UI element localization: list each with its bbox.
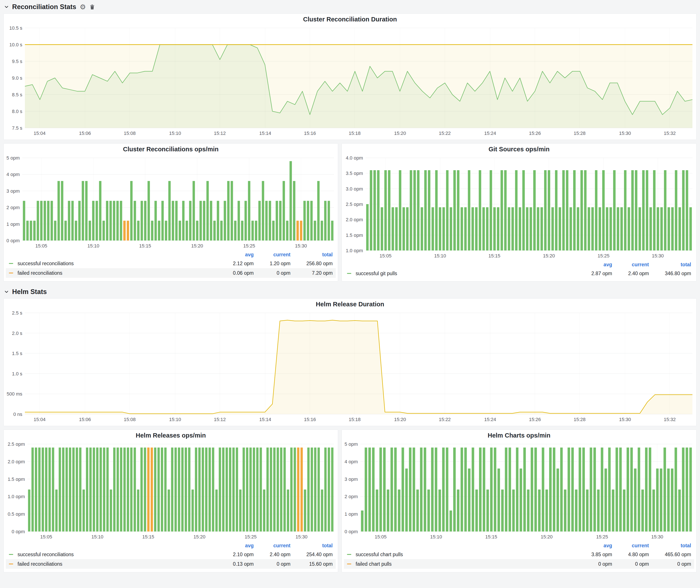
chevron-down-icon[interactable] — [4, 5, 9, 9]
helm-charts-opm-chart[interactable]: 0 opm1 opm2 opm3 opm4 opm5 opm15:0515:10… — [342, 441, 696, 541]
series-swatch — [9, 273, 13, 273]
series-name[interactable]: successful git pulls — [355, 271, 575, 276]
panel-title[interactable]: Helm Charts ops/min — [342, 430, 696, 441]
legend-col-current[interactable]: current — [254, 252, 290, 258]
svg-text:15:20: 15:20 — [541, 534, 553, 540]
panel-title[interactable]: Cluster Reconciliation Duration — [4, 14, 696, 25]
svg-text:15:28: 15:28 — [574, 417, 585, 422]
legend-value: 4.80 opm — [612, 552, 649, 557]
svg-text:15:10: 15:10 — [91, 534, 103, 540]
series-name[interactable]: failed chart pulls — [355, 561, 575, 567]
panel-helm-release-duration: Helm Release Duration 0 ns500 ms1.0 s1.5… — [3, 298, 697, 426]
svg-text:15:08: 15:08 — [124, 131, 136, 136]
svg-text:15:32: 15:32 — [664, 131, 676, 136]
svg-text:15:25: 15:25 — [598, 253, 610, 258]
svg-text:10.0 s: 10.0 s — [9, 42, 22, 47]
section-header-reconciliation-stats[interactable]: Reconciliation Stats ⚙ — [3, 0, 697, 13]
series-name[interactable]: failed reconciliations — [17, 270, 217, 276]
helm-releases-opm-chart[interactable]: 0 opm0.5 opm1.0 opm1.5 opm2.0 opm2.5 opm… — [4, 441, 338, 541]
svg-text:4.0 opm: 4.0 opm — [346, 155, 363, 161]
legend: avgcurrenttotalsuccessful chart pulls3.8… — [342, 541, 696, 570]
panel-cluster-reconciliations-opm: Cluster Reconciliations ops/min 0 opm1 o… — [3, 143, 338, 281]
svg-text:15:15: 15:15 — [488, 253, 500, 258]
svg-text:15:26: 15:26 — [529, 417, 541, 422]
svg-text:4 opm: 4 opm — [345, 459, 358, 464]
legend-header: avgcurrenttotal — [344, 260, 694, 269]
legend-row: successful chart pulls3.85 opm4.80 opm46… — [344, 550, 694, 559]
svg-text:15:14: 15:14 — [259, 417, 271, 422]
legend-col-total[interactable]: total — [290, 543, 333, 549]
svg-text:3.5 opm: 3.5 opm — [346, 171, 363, 176]
legend-col-avg[interactable]: avg — [575, 543, 612, 549]
series-swatch — [347, 554, 351, 555]
legend: avgcurrenttotalsuccessful reconciliation… — [4, 541, 338, 570]
panel-title[interactable]: Helm Release Duration — [4, 299, 696, 310]
svg-text:15:10: 15:10 — [169, 131, 181, 136]
legend-col-current[interactable]: current — [612, 543, 649, 549]
svg-text:15:05: 15:05 — [35, 243, 47, 249]
legend-value: 0 opm — [612, 561, 649, 567]
svg-text:15:10: 15:10 — [87, 243, 99, 249]
svg-text:15:30: 15:30 — [652, 253, 664, 258]
legend-row: failed chart pulls0 opm0 opm0 opm — [344, 559, 694, 569]
svg-text:15:22: 15:22 — [439, 131, 451, 136]
legend-header: avgcurrenttotal — [6, 541, 336, 550]
legend-col-avg[interactable]: avg — [217, 543, 254, 549]
legend-col-avg[interactable]: avg — [217, 252, 254, 258]
panel-title[interactable]: Git Sources ops/min — [342, 144, 696, 155]
svg-text:15:30: 15:30 — [295, 243, 307, 249]
panel-helm-releases-opm: Helm Releases ops/min 0 opm0.5 opm1.0 op… — [3, 430, 338, 572]
chevron-down-icon[interactable] — [4, 290, 9, 294]
svg-text:15:14: 15:14 — [259, 131, 271, 136]
svg-text:15:15: 15:15 — [142, 534, 154, 540]
series-swatch — [347, 273, 351, 274]
legend-value: 15.60 opm — [290, 561, 333, 567]
series-name[interactable]: successful reconciliations — [17, 552, 217, 557]
svg-text:15:30: 15:30 — [619, 417, 631, 422]
legend-col-total[interactable]: total — [649, 543, 691, 549]
svg-text:15:25: 15:25 — [243, 243, 255, 249]
cluster-reconciliation-duration-chart[interactable]: 7.5 s8.0 s8.5 s9.0 s9.5 s10.0 s10.5 s15:… — [4, 25, 696, 137]
legend-header: avgcurrenttotal — [6, 250, 336, 259]
legend-value: 0.13 opm — [217, 561, 254, 567]
legend-value: 0 opm — [649, 561, 691, 567]
legend-col-total[interactable]: total — [649, 262, 691, 268]
svg-text:15:06: 15:06 — [79, 131, 91, 136]
legend-row: failed reconciliations0.13 opm0 opm15.60… — [6, 559, 336, 569]
svg-text:2.5 s: 2.5 s — [12, 310, 22, 316]
series-name[interactable]: successful reconciliations — [17, 261, 217, 267]
trash-icon[interactable] — [89, 4, 95, 10]
svg-text:500 ms: 500 ms — [7, 391, 22, 397]
svg-text:2 opm: 2 opm — [345, 494, 358, 499]
legend-row: failed reconciliations0.06 opm0 opm7.20 … — [6, 268, 336, 278]
svg-text:15:12: 15:12 — [214, 131, 226, 136]
legend-header: avgcurrenttotal — [344, 541, 694, 550]
git-sources-opm-chart[interactable]: 1.0 opm1.5 opm2.0 opm2.5 opm3.0 opm3.5 o… — [342, 155, 696, 260]
svg-text:15:05: 15:05 — [40, 534, 52, 540]
svg-text:15:28: 15:28 — [574, 131, 585, 136]
legend-value: 0 opm — [575, 561, 612, 567]
cluster-reconciliations-opm-chart[interactable]: 0 opm1 opm2 opm3 opm4 opm5 opm15:0515:10… — [4, 155, 338, 250]
svg-text:15:04: 15:04 — [34, 417, 45, 422]
legend-col-current[interactable]: current — [612, 262, 649, 268]
series-name[interactable]: failed reconciliations — [17, 561, 217, 567]
legend-value: 346.80 opm — [649, 271, 691, 276]
svg-text:15:20: 15:20 — [543, 253, 555, 258]
panel-title[interactable]: Helm Releases ops/min — [4, 430, 338, 441]
svg-text:5 opm: 5 opm — [6, 155, 20, 161]
legend-col-total[interactable]: total — [290, 252, 333, 258]
legend-col-current[interactable]: current — [254, 543, 290, 549]
helm-release-duration-chart[interactable]: 0 ns500 ms1.0 s1.5 s2.0 s2.5 s15:0415:06… — [4, 310, 696, 424]
section-title: Reconciliation Stats — [12, 3, 76, 11]
svg-text:0 opm: 0 opm — [6, 238, 20, 243]
legend-col-avg[interactable]: avg — [575, 262, 612, 268]
section-header-helm-stats[interactable]: Helm Stats — [3, 285, 697, 298]
svg-text:0 ns: 0 ns — [13, 412, 22, 417]
gear-icon[interactable]: ⚙ — [80, 3, 86, 10]
series-name[interactable]: successful chart pulls — [355, 552, 575, 557]
panel-helm-charts-opm: Helm Charts ops/min 0 opm1 opm2 opm3 opm… — [342, 430, 697, 572]
svg-text:0 opm: 0 opm — [345, 529, 358, 534]
svg-text:15:18: 15:18 — [349, 131, 361, 136]
svg-text:1.5 opm: 1.5 opm — [8, 477, 25, 482]
panel-title[interactable]: Cluster Reconciliations ops/min — [4, 144, 338, 155]
